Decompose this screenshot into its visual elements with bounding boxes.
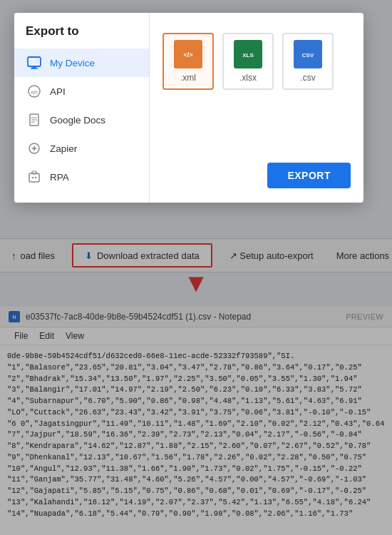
svg-point-10: [33, 148, 36, 150]
svg-point-14: [35, 177, 36, 178]
export-button-row: EXPORT: [163, 163, 351, 188]
format-xlsx-card[interactable]: XLS .xlsx: [222, 33, 274, 90]
xml-format-icon: </>: [174, 40, 202, 68]
modal-content-area: </> .xml XLS .xlsx: [150, 13, 363, 203]
csv-format-label: .csv: [300, 73, 315, 83]
api-icon: </>: [26, 83, 43, 100]
export-button[interactable]: EXPORT: [267, 163, 351, 188]
sidebar-item-rpa-label: RPA: [50, 172, 69, 183]
xml-format-label: .xml: [180, 73, 196, 83]
svg-text:</>: </>: [183, 51, 192, 58]
sidebar-item-api-label: API: [50, 86, 66, 97]
svg-text:XLS: XLS: [242, 52, 254, 58]
rpa-icon: [26, 168, 43, 185]
sidebar-item-zapier[interactable]: Zapier: [14, 134, 149, 163]
svg-point-13: [32, 177, 33, 178]
csv-format-icon: CSV: [294, 40, 322, 68]
sidebar-item-my-device[interactable]: My Device: [14, 49, 149, 77]
modal-sidebar: Export to My Device </>: [14, 13, 150, 203]
modal-title: Export to: [14, 24, 149, 49]
modal-backdrop: Export to My Device </>: [0, 0, 392, 535]
sidebar-item-google-docs-label: Google Docs: [50, 115, 105, 126]
zapier-icon: [26, 140, 43, 157]
sidebar-item-google-docs[interactable]: Google Docs: [14, 106, 149, 134]
format-xml-card[interactable]: </> .xml: [163, 33, 214, 90]
format-options: </> .xml XLS .xlsx: [163, 33, 351, 90]
sidebar-item-rpa[interactable]: RPA: [14, 163, 149, 191]
xlsx-format-icon: XLS: [234, 40, 262, 68]
svg-rect-11: [29, 173, 39, 182]
export-modal: Export to My Device </>: [14, 13, 363, 203]
svg-text:</>: </>: [31, 90, 38, 95]
monitor-icon: [26, 54, 43, 71]
xlsx-format-label: .xlsx: [239, 73, 257, 83]
sidebar-item-api[interactable]: </> API: [14, 77, 149, 106]
google-docs-icon: [26, 111, 43, 128]
sidebar-item-my-device-label: My Device: [50, 58, 95, 68]
format-csv-card[interactable]: CSV .csv: [282, 33, 334, 90]
svg-text:CSV: CSV: [302, 52, 314, 58]
sidebar-item-zapier-label: Zapier: [50, 143, 77, 154]
svg-rect-0: [28, 57, 41, 66]
